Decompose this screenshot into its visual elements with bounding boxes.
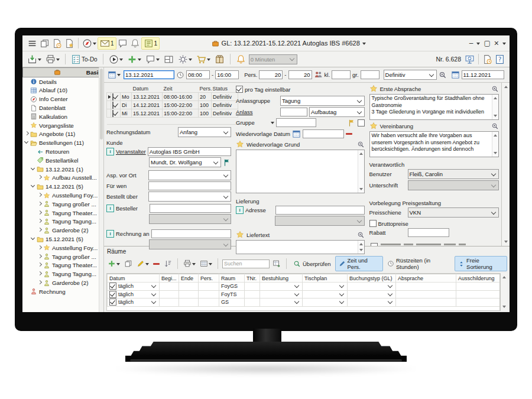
magnifier-plus-icon[interactable] — [439, 71, 447, 79]
adresse-input[interactable] — [275, 206, 365, 215]
col-bestuhlung[interactable]: Bestuhlung — [260, 274, 303, 283]
scroll-down-icon[interactable] — [494, 115, 497, 119]
scroll-up-icon[interactable] — [359, 151, 363, 155]
magnifier-plus-icon[interactable] — [491, 122, 499, 130]
sidebar-item[interactable]: Details — [22, 77, 103, 86]
calendar-button[interactable] — [106, 70, 122, 80]
export-button[interactable] — [26, 54, 43, 65]
zeit-pers-toggle[interactable]: Zeit und Pers. — [335, 256, 383, 271]
room-ende[interactable] — [179, 283, 199, 291]
scroll-up-icon[interactable] — [504, 84, 508, 88]
contact-badge-icon[interactable]: i — [106, 205, 114, 212]
sidebar-item[interactable]: Garderobe (2) — [22, 278, 103, 287]
tree-expander[interactable] — [24, 105, 30, 111]
check-button[interactable]: Überprüfen — [291, 259, 333, 268]
flag-yellow-icon[interactable] — [348, 119, 356, 127]
col-pers[interactable]: Pers. — [199, 274, 219, 283]
alerts-button[interactable] — [129, 38, 141, 49]
table-export-button[interactable] — [271, 259, 282, 268]
room-raum[interactable]: FoyGS — [219, 283, 245, 291]
recent-doc-button[interactable] — [51, 38, 63, 49]
room-beginn[interactable] — [160, 290, 179, 299]
wv-datum-input[interactable] — [303, 129, 344, 138]
asp-select[interactable] — [148, 170, 231, 180]
tree-expander[interactable] — [37, 280, 43, 286]
room-raum[interactable]: FoyTS — [219, 290, 245, 299]
sidebar-item[interactable]: 13.12.2021 (1) — [22, 165, 103, 174]
chevron-down-icon[interactable] — [294, 291, 299, 296]
tree-expander[interactable] — [31, 158, 36, 163]
rabatt-input[interactable] — [408, 228, 449, 237]
adresse-kontakt-select[interactable] — [275, 216, 365, 226]
chevron-down-icon[interactable] — [151, 291, 156, 296]
close-button[interactable]: × — [494, 38, 499, 48]
sidebar-item[interactable]: Aufbau Ausstell... — [22, 174, 103, 183]
sidebar-item[interactable]: 14.12.2021 (5) — [22, 182, 103, 191]
room-ausschilderung[interactable] — [456, 290, 500, 299]
form-scrollbar[interactable] — [501, 83, 510, 246]
search-input[interactable] — [222, 259, 270, 268]
cart-button[interactable] — [195, 54, 212, 65]
remove-icon[interactable] — [346, 133, 352, 135]
sidebar-item[interactable]: Bestellartikel — [22, 156, 103, 165]
windows-button[interactable] — [38, 38, 51, 49]
textbox-scrollbar[interactable] — [492, 132, 498, 157]
pers-from-input[interactable]: 20 — [259, 70, 283, 79]
close-dropdown-icon[interactable] — [502, 43, 506, 47]
wv-grund-textarea[interactable] — [236, 150, 365, 193]
room-raum[interactable]: GS — [219, 299, 245, 307]
textbox-scrollbar[interactable] — [492, 95, 498, 119]
magnifier-plus-icon[interactable] — [357, 231, 365, 239]
window-title-group[interactable]: GL: 13.12.2021-15.12.2021 Autoglas IBS #… — [212, 40, 366, 47]
room-absprache[interactable] — [396, 290, 456, 299]
pers-to-input[interactable]: 20 — [288, 70, 312, 79]
anlass-code-input[interactable] — [280, 108, 307, 116]
room-tnr[interactable] — [245, 290, 260, 299]
chevron-down-icon[interactable] — [339, 291, 344, 296]
col-tnr[interactable]: TNr. — [245, 274, 260, 283]
scroll-up-icon[interactable] — [502, 274, 506, 278]
chevron-down-icon[interactable] — [151, 283, 156, 288]
room-row[interactable]: täglich FoyGS — [108, 283, 500, 291]
time-to-input[interactable]: 16:00 — [215, 70, 239, 79]
tree-expander[interactable] — [37, 219, 43, 224]
help-button[interactable] — [494, 54, 506, 65]
sidebar-item[interactable]: Bestellungen (11) — [22, 138, 103, 147]
sidebar-item[interactable]: Tagung Theater... — [22, 209, 103, 218]
veranstalter-input[interactable]: Autoglas IBS GmbH — [148, 147, 231, 156]
print-button[interactable] — [44, 54, 61, 65]
vereinbarung-textarea[interactable]: Wir haben versucht alle Ihre Vorgaben au… — [369, 131, 499, 157]
sidebar-item[interactable]: Kalkulation — [22, 112, 103, 121]
day-row[interactable]: Mi 15.12.2021 15:00-22:00 100 Definitiv — [107, 109, 238, 118]
day-row[interactable]: Mo 13.12.2021 08:00-16:00 20 Definitiv — [107, 93, 238, 101]
sidebar-item[interactable]: Ausstellung Foy... — [22, 191, 103, 200]
ruestzeiten-button[interactable]: Rüstzeiten (in Stunden) — [385, 257, 453, 271]
sidebar-item[interactable]: Tagung Tagung... — [22, 270, 103, 278]
print-rooms-button[interactable] — [182, 259, 197, 268]
sidebar-item[interactable]: Basis — [22, 67, 103, 77]
chevron-down-icon[interactable] — [388, 283, 392, 288]
history-button[interactable] — [481, 54, 494, 65]
minutes-select[interactable]: 0 Minuten — [249, 54, 297, 64]
scroll-down-icon[interactable] — [359, 249, 363, 253]
preisschiene-select[interactable]: VKN — [408, 207, 499, 218]
magnifier-plus-icon[interactable] — [491, 85, 499, 93]
scroll-down-icon[interactable] — [494, 152, 497, 156]
day-checkbox[interactable] — [112, 93, 113, 100]
scroll-down-icon[interactable] — [504, 241, 508, 245]
chat-button[interactable] — [116, 38, 129, 49]
raeume-scrollbar[interactable] — [500, 273, 507, 311]
room-checkbox[interactable] — [109, 291, 116, 298]
layout-button[interactable] — [163, 54, 175, 65]
freie-sortierung-toggle[interactable]: Freie Sortierung — [455, 256, 507, 271]
kl-input[interactable] — [332, 70, 351, 79]
room-row[interactable]: täglich GS — [108, 299, 500, 307]
tree-expander[interactable] — [37, 202, 43, 207]
besteller-kontakt-select[interactable] — [149, 214, 231, 224]
sidebar-item[interactable]: Ausstellung Foy... — [22, 244, 103, 252]
sort-button[interactable] — [163, 259, 173, 268]
room-ende[interactable] — [179, 299, 199, 307]
start-button[interactable] — [108, 54, 124, 65]
day-row[interactable]: Di 14.12.2021 15:00-22:00 100 Definitiv — [107, 101, 238, 109]
sidebar-item[interactable]: Vorgangsliste — [22, 121, 103, 130]
